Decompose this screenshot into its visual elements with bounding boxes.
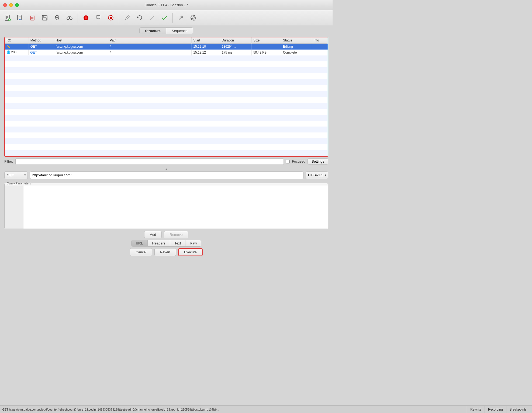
refresh-icon[interactable] [134, 12, 145, 23]
filter-input[interactable] [15, 158, 284, 165]
tab-text[interactable]: Text [170, 240, 186, 247]
action-buttons: Cancel Revert Execute [4, 248, 328, 256]
cell-size [251, 44, 281, 50]
query-params-values [23, 186, 328, 229]
svg-point-18 [56, 15, 59, 18]
cell-rc: 🌐 200 [5, 50, 29, 55]
sub-tabs: URL Headers Text Raw [4, 240, 328, 247]
cell-duration: 175 ms [220, 50, 251, 55]
tab-sequence[interactable]: Sequence [166, 27, 193, 34]
col-method: Method [29, 37, 54, 44]
cell-method: GET [29, 50, 54, 55]
cell-method: GET [29, 44, 54, 50]
edit-pencil-icon: ✏️ [6, 45, 11, 48]
table-row-empty [5, 127, 328, 132]
trash-icon[interactable] [52, 12, 63, 23]
svg-point-24 [85, 16, 87, 19]
tab-structure[interactable]: Structure [139, 27, 166, 34]
col-host: Host [54, 37, 108, 44]
add-button[interactable]: Add [144, 231, 162, 238]
cell-info [312, 44, 327, 50]
compose-icon[interactable] [93, 12, 104, 23]
close-button[interactable] [3, 3, 7, 7]
focused-checkbox[interactable] [286, 160, 290, 163]
table-row[interactable]: ✏️ GET fanxing.kugou.com / 15:12:10 1362… [5, 44, 328, 50]
cell-status: Complete [281, 50, 312, 55]
table-row-empty [5, 150, 328, 156]
tab-headers[interactable]: Headers [147, 240, 170, 247]
col-info: Info [312, 37, 327, 44]
wrench-icon[interactable] [175, 12, 186, 23]
col-start: Start [192, 37, 220, 44]
revert-button[interactable]: Revert [154, 248, 176, 256]
col-duration: Duration [220, 37, 251, 44]
table-row-empty [5, 132, 328, 138]
toolbar-separator-1 [78, 13, 78, 23]
col-path: Path [108, 37, 192, 44]
request-url-row: GET POST PUT DELETE PATCH HEAD OPTIONS ▼… [4, 172, 328, 179]
filter-bar: Filter: Focused Settings [0, 157, 333, 166]
cancel-button[interactable]: Cancel [130, 248, 152, 256]
tab-raw[interactable]: Raw [185, 240, 201, 247]
cell-duration: 136294 ... [220, 44, 251, 50]
settings-button[interactable]: Settings [308, 158, 328, 164]
cell-path: / [108, 44, 192, 50]
svg-rect-16 [43, 15, 46, 17]
cell-host: fanxing.kugou.com [54, 44, 108, 50]
edit-icon[interactable] [122, 12, 133, 23]
gear-icon[interactable] [188, 12, 199, 23]
method-select-wrapper[interactable]: GET POST PUT DELETE PATCH HEAD OPTIONS ▼ [4, 172, 28, 179]
url-input[interactable] [30, 172, 303, 179]
tab-url[interactable]: URL [131, 240, 148, 247]
table-row-empty [5, 91, 328, 97]
table-row-empty [5, 97, 328, 103]
add-remove-buttons: Add Remove [4, 231, 328, 238]
protocol-select-wrapper[interactable]: HTTP/1.1 HTTP/2 ▼ [306, 172, 328, 179]
view-tabs: Structure Sequence [0, 25, 333, 36]
query-params-names [5, 186, 23, 229]
table-row-empty [5, 67, 328, 73]
execute-button[interactable]: Execute [178, 248, 203, 256]
toolbar [0, 10, 333, 25]
table-row-empty [5, 79, 328, 85]
col-rc: RC [5, 37, 29, 44]
table-row-empty [5, 121, 328, 127]
toolbar-separator-3 [172, 13, 173, 23]
rc-code: 200 [11, 50, 16, 54]
svg-point-29 [192, 17, 194, 19]
globe-icon: 🌐 [6, 50, 11, 54]
stop-icon[interactable] [105, 12, 116, 23]
query-params-section: Query Parameters [4, 181, 328, 229]
table-row-empty [5, 55, 328, 61]
maximize-button[interactable] [15, 3, 19, 7]
protocol-dropdown-icon: ▼ [324, 174, 327, 177]
record-icon[interactable] [81, 12, 91, 23]
window-controls[interactable] [3, 3, 19, 7]
cell-host: fanxing.kugou.com [54, 50, 108, 55]
cell-status: Editing [281, 44, 312, 50]
col-size: Size [251, 37, 281, 44]
minimize-button[interactable] [9, 3, 13, 7]
request-editor: GET POST PUT DELETE PATCH HEAD OPTIONS ▼… [0, 172, 333, 256]
slash-icon[interactable] [147, 12, 157, 23]
binoculars-icon[interactable] [64, 12, 75, 23]
remove-button[interactable]: Remove [164, 231, 188, 238]
table-body: ✏️ GET fanxing.kugou.com / 15:12:10 1362… [5, 44, 328, 156]
import-icon[interactable] [15, 12, 25, 23]
col-status: Status [281, 37, 312, 44]
save-icon[interactable] [39, 12, 50, 23]
table-row-empty [5, 61, 328, 67]
query-params-body [5, 186, 328, 229]
table-row-empty [5, 73, 328, 79]
window-title: Charles 3.11.4 - Session 1 * [144, 3, 188, 7]
delete-icon[interactable] [27, 12, 38, 23]
new-session-icon[interactable] [2, 12, 13, 23]
filter-label: Filter: [4, 159, 13, 163]
cell-start: 15:12:12 [192, 50, 220, 55]
table-row-empty [5, 138, 328, 144]
table-row[interactable]: 🌐 200 GET fanxing.kugou.com / 15:12:12 1… [5, 50, 328, 55]
table-row-empty [5, 103, 328, 109]
checkmark-icon[interactable] [159, 12, 170, 23]
cell-size: 50.42 KB [251, 50, 281, 55]
svg-rect-26 [110, 17, 112, 19]
